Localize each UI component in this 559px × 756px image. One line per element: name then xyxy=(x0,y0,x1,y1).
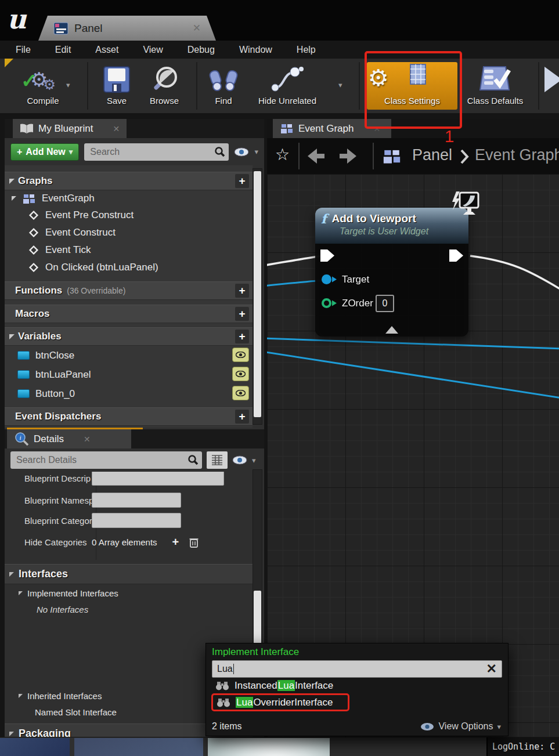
scrollbar[interactable] xyxy=(253,168,262,425)
add-graph-button[interactable]: + xyxy=(235,174,249,188)
forward-arrow-icon[interactable] xyxy=(338,147,359,165)
expander-icon[interactable] xyxy=(19,591,23,595)
visibility-eye-icon[interactable] xyxy=(234,147,249,157)
event-dispatchers-section-header[interactable]: Event Dispatchers + xyxy=(5,407,253,426)
menu-file[interactable]: File xyxy=(3,45,43,55)
tree-item-event[interactable]: Event Pre Construct xyxy=(5,207,253,224)
expander-icon[interactable] xyxy=(9,572,14,577)
add-array-element-button[interactable]: + xyxy=(172,536,179,549)
menu-edit[interactable]: Edit xyxy=(43,45,84,55)
visibility-caret[interactable]: ▾ xyxy=(252,456,256,465)
interface-search-input[interactable]: Lua ✕ xyxy=(212,660,502,678)
scrollbar-thumb[interactable] xyxy=(254,171,261,417)
add-event-dispatcher-button[interactable]: + xyxy=(235,410,249,424)
clear-search-icon[interactable]: ✕ xyxy=(486,663,497,675)
find-button[interactable]: Find xyxy=(202,63,245,106)
interfaces-category-header[interactable]: Interfaces xyxy=(5,564,253,584)
tree-item-event[interactable]: Event Tick xyxy=(5,241,253,259)
asset-thumbnail[interactable] xyxy=(208,738,330,756)
asset-thumbnail[interactable] xyxy=(0,738,70,756)
back-arrow-icon[interactable] xyxy=(305,147,326,165)
blueprint-description-field[interactable] xyxy=(92,472,224,486)
data-wire[interactable] xyxy=(267,338,559,349)
expander-icon[interactable] xyxy=(12,196,16,201)
expander-icon[interactable] xyxy=(19,694,23,698)
asset-thumbnail[interactable] xyxy=(74,738,203,756)
variable-visibility-toggle[interactable] xyxy=(232,348,249,362)
expander-icon[interactable] xyxy=(9,732,14,736)
tree-item-event[interactable]: Event Construct xyxy=(5,224,253,241)
menu-help[interactable]: Help xyxy=(284,45,328,55)
title-bar: u Panel ✕ xyxy=(0,0,559,41)
variable-visibility-toggle[interactable] xyxy=(232,367,249,381)
add-macro-button[interactable]: + xyxy=(235,307,249,321)
exec-in-pin[interactable] xyxy=(320,249,335,262)
data-wire[interactable] xyxy=(267,352,559,398)
close-icon[interactable]: ✕ xyxy=(84,435,91,444)
compile-options-caret[interactable]: ▾ xyxy=(66,81,70,89)
close-icon[interactable]: ✕ xyxy=(193,22,201,34)
browse-button[interactable]: Browse xyxy=(140,63,188,106)
tab-my-blueprint[interactable]: My Blueprint ✕ xyxy=(13,119,127,138)
menu-asset[interactable]: Asset xyxy=(83,45,131,55)
node-collapse-arrow[interactable] xyxy=(385,326,398,334)
class-defaults-button[interactable]: Class Defaults xyxy=(461,63,529,106)
save-button[interactable]: Save xyxy=(98,63,136,106)
breadcrumb-current[interactable]: Event Graph xyxy=(475,146,559,164)
variable-row[interactable]: Button_0 xyxy=(5,384,253,403)
node-header[interactable]: f Add to Viewport Target is User Widget xyxy=(315,208,468,244)
blueprint-search-input[interactable] xyxy=(84,147,229,157)
variable-visibility-toggle[interactable] xyxy=(232,386,249,400)
compile-button[interactable]: ⚙ ⚙ ✓ Compile xyxy=(14,63,72,106)
tab-event-graph[interactable]: Event Graph ✕ xyxy=(273,119,391,138)
interface-option-luaoverriderinterface[interactable]: LuaOverriderInterface xyxy=(213,695,348,710)
menu-debug[interactable]: Debug xyxy=(175,45,227,55)
breadcrumb-root[interactable]: Panel xyxy=(412,146,452,164)
variable-row[interactable]: btnLuaPanel xyxy=(5,365,253,384)
event-diamond-icon xyxy=(28,227,39,238)
asset-tab-panel[interactable]: Panel ✕ xyxy=(38,16,216,41)
graphs-section-header[interactable]: Graphs + xyxy=(5,172,253,190)
menu-view[interactable]: View xyxy=(131,45,175,55)
variable-type-icon xyxy=(17,389,30,398)
implemented-interfaces-header[interactable]: Implemented Interfaces xyxy=(19,588,118,598)
zorder-pin[interactable] xyxy=(321,298,337,309)
hide-unrelated-button[interactable]: Hide Unrelated xyxy=(248,63,326,106)
blueprint-namespace-field[interactable] xyxy=(92,493,181,508)
exec-wire[interactable] xyxy=(267,256,323,266)
visibility-caret[interactable]: ▾ xyxy=(254,147,258,156)
view-options-button[interactable]: View Options ▾ xyxy=(420,721,501,732)
macros-section-header[interactable]: Macros + xyxy=(5,305,253,323)
tree-item-event[interactable]: On Clicked (btnLuaPanel) xyxy=(5,259,253,276)
property-matrix-button[interactable] xyxy=(207,451,228,469)
trash-icon[interactable] xyxy=(189,537,199,548)
blueprint-category-field[interactable] xyxy=(92,513,181,528)
interface-option-instancedluainterface[interactable]: InstancedLuaInterface xyxy=(212,678,502,693)
favorite-star-icon[interactable]: ☆ xyxy=(275,145,290,164)
details-search-input[interactable] xyxy=(10,455,202,465)
add-new-button[interactable]: + Add New ▾ xyxy=(10,143,79,161)
exec-out-pin[interactable] xyxy=(449,249,464,262)
zorder-value-input[interactable]: 0 xyxy=(376,295,394,312)
variable-row[interactable]: btnClose xyxy=(5,346,253,365)
play-icon[interactable] xyxy=(544,67,559,92)
expander-icon[interactable] xyxy=(9,334,15,339)
close-icon[interactable]: ✕ xyxy=(373,124,380,133)
hide-unrelated-caret[interactable]: ▾ xyxy=(338,81,342,89)
expander-icon[interactable] xyxy=(9,179,15,184)
add-function-button[interactable]: + xyxy=(235,284,249,298)
node-add-to-viewport[interactable]: f Add to Viewport Target is User Widget xyxy=(315,208,468,337)
class-settings-button[interactable]: ⚙ Class Settings xyxy=(367,62,457,110)
add-variable-button[interactable]: + xyxy=(235,330,249,343)
functions-section-header[interactable]: Functions (36 Overridable) + xyxy=(5,281,253,300)
exec-wire[interactable] xyxy=(470,256,559,290)
text-cursor xyxy=(233,664,234,674)
target-pin[interactable] xyxy=(321,274,337,285)
inherited-interfaces-header[interactable]: Inherited Interfaces xyxy=(19,691,102,701)
tab-details[interactable]: i Details ✕ xyxy=(7,429,131,448)
variables-section-header[interactable]: Variables + xyxy=(5,327,253,346)
close-icon[interactable]: ✕ xyxy=(113,124,120,133)
menu-window[interactable]: Window xyxy=(227,45,284,55)
visibility-eye-icon[interactable] xyxy=(232,455,247,465)
tree-item-eventgraph[interactable]: EventGraph xyxy=(5,190,253,207)
